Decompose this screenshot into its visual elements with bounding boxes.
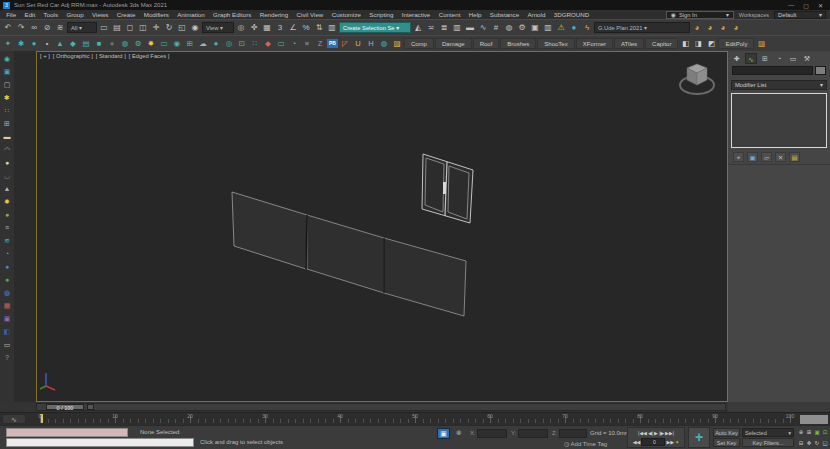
ct-folder-icon[interactable]: ▨	[391, 37, 403, 50]
select-object-icon[interactable]: ▭	[98, 21, 110, 34]
current-frame-field[interactable]: 0	[641, 438, 665, 446]
select-place-icon[interactable]: ◉	[189, 21, 201, 34]
rendered-frame-icon[interactable]: ▣	[529, 21, 541, 34]
lt-ball-icon[interactable]: ●	[2, 261, 13, 273]
ref-coord-dropdown[interactable]: View ▾	[202, 22, 234, 33]
lt-blinds-icon[interactable]: ≡	[2, 222, 13, 234]
material-editor-icon[interactable]: ◍	[503, 21, 515, 34]
time-slider-handle[interactable]: 0 / 100	[46, 404, 84, 410]
editpoly-button[interactable]: EditPoly	[718, 38, 754, 49]
tab-hierarchy-icon[interactable]: ⊞	[759, 53, 771, 64]
percent-snap-icon[interactable]: %	[300, 21, 312, 34]
menu-item[interactable]: Graph Editors	[209, 11, 256, 18]
tab-create-icon[interactable]: ✚	[731, 53, 743, 64]
plane-object-2[interactable]	[307, 215, 384, 293]
menu-item[interactable]: Substance	[486, 11, 524, 18]
remove-modifier-button[interactable]: ✕	[775, 152, 786, 162]
spinner-snap-icon[interactable]: ⇅	[313, 21, 325, 34]
key-filters-button[interactable]: Key Filters...	[742, 438, 794, 447]
angle-snap-icon[interactable]: ∠	[287, 21, 299, 34]
orbit-icon[interactable]: ↻	[813, 438, 821, 449]
shootex-button[interactable]: ShooTex	[537, 38, 574, 49]
viewport-view-label[interactable]: [ Orthographic ]	[53, 53, 93, 59]
isolate-selection-toggle[interactable]: ▣	[437, 428, 450, 439]
modifier-stack[interactable]	[731, 93, 827, 148]
lt-lights-icon[interactable]: ✱	[2, 92, 13, 104]
zoom-icon[interactable]: ⊕	[797, 427, 805, 438]
unlink-icon[interactable]: ⊘	[41, 21, 53, 34]
workspace-dropdown[interactable]: Default ▾	[774, 11, 826, 19]
render-online-icon[interactable]: ◕	[717, 21, 729, 34]
y-coord-field[interactable]	[518, 429, 548, 438]
lt-table-icon[interactable]: ⊞	[2, 118, 13, 130]
ct-z-icon[interactable]: Z	[314, 37, 326, 50]
keyboard-override-icon[interactable]: ▦	[261, 21, 273, 34]
layout-b-icon[interactable]: ◨	[692, 37, 704, 50]
bind-spacewarp-icon[interactable]: ≋	[54, 21, 66, 34]
menu-item[interactable]: Scripting	[365, 11, 397, 18]
viewport-faces-label[interactable]: [ Edged Faces ]	[129, 53, 170, 59]
add-time-tag[interactable]: ◷ Add Time Tag	[564, 440, 607, 447]
select-by-name-icon[interactable]: ▤	[111, 21, 123, 34]
maximize-button[interactable]: ▢	[803, 2, 809, 9]
lt-palette-icon[interactable]: ▦	[2, 300, 13, 312]
edit-named-selections-icon[interactable]: ▥	[326, 21, 338, 34]
ct-grid-icon[interactable]: ⊞	[184, 37, 196, 50]
damage-button[interactable]: Damage	[435, 38, 472, 49]
window-crossing-icon[interactable]: ◫	[137, 21, 149, 34]
redo-icon[interactable]: ↷	[15, 21, 27, 34]
lt-wedge-icon[interactable]: ◔	[2, 248, 13, 260]
menu-item[interactable]: 3DGROUND	[550, 11, 594, 18]
tab-motion-icon[interactable]: ◔	[773, 53, 785, 64]
layout-c-icon[interactable]: ◩	[705, 37, 717, 50]
ct-teapot-icon[interactable]: ◍	[119, 37, 131, 50]
modifier-list-dropdown[interactable]: Modifier List ▾	[731, 80, 827, 90]
ct-bulb-icon[interactable]: ✸	[145, 37, 157, 50]
folder2-icon[interactable]: ▨	[755, 37, 767, 50]
lt-plugin-icon[interactable]: ▣	[2, 313, 13, 325]
render-setup-icon[interactable]: ⚙	[516, 21, 528, 34]
select-manipulate-icon[interactable]: ✜	[248, 21, 260, 34]
window-object[interactable]	[422, 154, 473, 223]
warning-icon[interactable]: ⚠	[555, 21, 567, 34]
x-coord-field[interactable]	[477, 429, 507, 438]
select-link-icon[interactable]: ∞	[28, 21, 40, 34]
trackbar-ruler[interactable]: 0102030405060708090100	[36, 413, 794, 424]
time-slider[interactable]: 0 / 100	[36, 403, 726, 411]
lt-panel-icon[interactable]: ▬	[2, 131, 13, 143]
add-button[interactable]: +	[688, 427, 710, 448]
undo-icon[interactable]: ↶	[2, 21, 14, 34]
select-scale-icon[interactable]: ◱	[176, 21, 188, 34]
object-color-swatch[interactable]	[815, 66, 826, 75]
ct-camera2-icon[interactable]: ◉	[171, 37, 183, 50]
menu-item[interactable]: Tools	[39, 11, 62, 18]
tab-modify-icon[interactable]: ∿	[745, 53, 757, 64]
selection-set-dropdown[interactable]: Create Selection Se ▾	[339, 22, 411, 33]
macro-recorder-field[interactable]	[6, 428, 128, 437]
go-to-start-icon[interactable]: |◀◀	[638, 430, 647, 436]
align-icon[interactable]: ≍	[425, 21, 437, 34]
lt-dome-icon[interactable]: ◠	[2, 144, 13, 156]
layer-manager-icon[interactable]: ≣	[438, 21, 450, 34]
ct-disc-icon[interactable]: ◔	[288, 37, 300, 50]
ct-monitor-icon[interactable]: ▭	[275, 37, 287, 50]
lt-earth-icon[interactable]: ◍	[2, 287, 13, 299]
region-rect-icon[interactable]: ◻	[124, 21, 136, 34]
zoom-extents-icon[interactable]: ▣	[813, 427, 821, 438]
ct-corner-icon[interactable]: ◸	[339, 37, 351, 50]
lt-group-icon[interactable]: ∷	[2, 105, 13, 117]
menu-item[interactable]: File	[2, 11, 20, 18]
ct-lamp-icon[interactable]: ▲	[54, 37, 66, 50]
sphere-tool-icon[interactable]: ●	[568, 21, 580, 34]
ct-gear-icon[interactable]: ⚙	[132, 37, 144, 50]
capitor-button[interactable]: Capitor	[645, 38, 678, 49]
ct-plane-icon[interactable]: ▭	[158, 37, 170, 50]
ct-ball-icon[interactable]: ●	[106, 37, 118, 50]
lt-sun-icon[interactable]: ✹	[2, 196, 13, 208]
auto-key-button[interactable]: Auto Key	[713, 428, 740, 437]
key-selection-dropdown[interactable]: Selected ▾	[742, 428, 794, 437]
menu-item[interactable]: Arnold	[523, 11, 549, 18]
lt-cone-icon[interactable]: ▲	[2, 183, 13, 195]
lt-dome2-icon[interactable]: ◡	[2, 170, 13, 182]
lt-sphere-icon[interactable]: ●	[2, 274, 13, 286]
